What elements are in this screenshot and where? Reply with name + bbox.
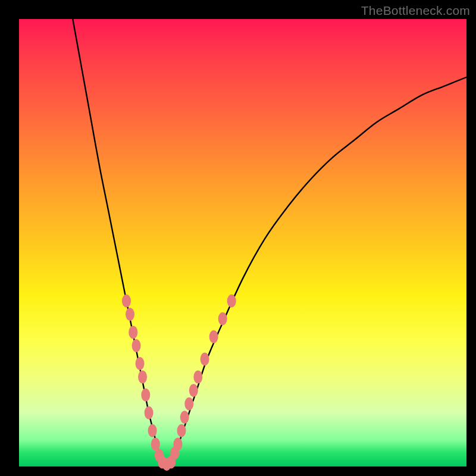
data-marker [138,371,147,384]
data-marker [173,437,182,450]
data-marker [129,325,137,339]
marker-layer [122,295,236,471]
data-marker [126,308,134,321]
chart-frame: TheBottleneck.com [0,0,476,476]
data-marker [180,411,189,424]
plot-area [19,19,466,466]
data-marker [151,437,160,450]
data-marker [136,357,145,370]
data-marker [177,424,186,437]
data-marker [141,389,150,402]
data-marker [184,397,193,411]
data-marker [122,295,131,308]
data-marker [201,353,209,366]
data-marker [218,312,227,325]
data-marker [132,339,141,352]
data-marker [227,295,236,308]
data-marker [189,384,198,397]
data-marker [148,424,157,437]
watermark-text: TheBottleneck.com [361,4,470,18]
data-marker [193,371,202,384]
data-marker [209,330,218,343]
curve-layer [73,19,466,465]
bottleneck-curve [73,19,466,465]
chart-svg [19,19,466,466]
data-marker [145,406,154,419]
